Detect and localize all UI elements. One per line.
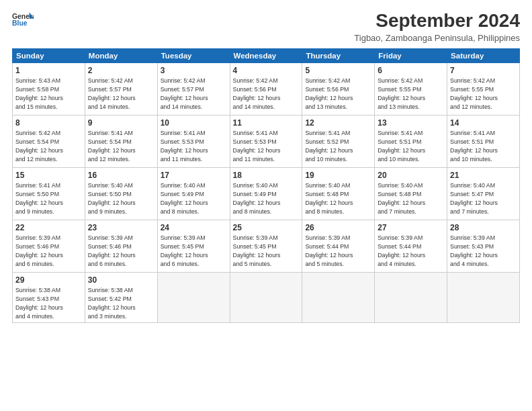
table-row: 25Sunrise: 5:39 AMSunset: 5:45 PMDayligh… bbox=[230, 220, 302, 272]
table-row: 26Sunrise: 5:39 AMSunset: 5:44 PMDayligh… bbox=[302, 220, 375, 272]
table-row: 8Sunrise: 5:42 AMSunset: 5:54 PMDaylight… bbox=[13, 115, 85, 167]
table-row: 22Sunrise: 5:39 AMSunset: 5:46 PMDayligh… bbox=[13, 220, 85, 272]
table-row bbox=[447, 272, 520, 323]
weekday-header-wednesday: Wednesday bbox=[230, 48, 302, 62]
table-row: 21Sunrise: 5:40 AMSunset: 5:47 PMDayligh… bbox=[447, 167, 520, 220]
weekday-header-monday: Monday bbox=[85, 48, 157, 62]
svg-text:Blue: Blue bbox=[12, 19, 28, 27]
table-row: 4Sunrise: 5:42 AMSunset: 5:56 PMDaylight… bbox=[230, 62, 302, 115]
table-row: 24Sunrise: 5:39 AMSunset: 5:45 PMDayligh… bbox=[157, 220, 230, 272]
table-row: 28Sunrise: 5:39 AMSunset: 5:43 PMDayligh… bbox=[447, 220, 520, 272]
weekday-header-tuesday: Tuesday bbox=[157, 48, 230, 62]
month-title: September 2024 bbox=[354, 11, 520, 32]
table-row: 6Sunrise: 5:42 AMSunset: 5:55 PMDaylight… bbox=[375, 62, 447, 115]
table-row: 27Sunrise: 5:39 AMSunset: 5:44 PMDayligh… bbox=[375, 220, 447, 272]
table-row: 11Sunrise: 5:41 AMSunset: 5:53 PMDayligh… bbox=[230, 115, 302, 167]
table-row bbox=[230, 272, 302, 323]
table-row: 12Sunrise: 5:41 AMSunset: 5:52 PMDayligh… bbox=[302, 115, 375, 167]
table-row: 17Sunrise: 5:40 AMSunset: 5:49 PMDayligh… bbox=[157, 167, 230, 220]
weekday-header-sunday: Sunday bbox=[13, 48, 85, 62]
table-row: 15Sunrise: 5:41 AMSunset: 5:50 PMDayligh… bbox=[13, 167, 85, 220]
table-row: 23Sunrise: 5:39 AMSunset: 5:46 PMDayligh… bbox=[85, 220, 157, 272]
table-row bbox=[157, 272, 230, 323]
logo: General Blue bbox=[12, 11, 34, 30]
logo-icon: General Blue bbox=[12, 11, 34, 30]
table-row: 13Sunrise: 5:41 AMSunset: 5:51 PMDayligh… bbox=[375, 115, 447, 167]
table-row bbox=[375, 272, 447, 323]
table-row: 9Sunrise: 5:41 AMSunset: 5:54 PMDaylight… bbox=[85, 115, 157, 167]
table-row: 3Sunrise: 5:42 AMSunset: 5:57 PMDaylight… bbox=[157, 62, 230, 115]
table-row: 20Sunrise: 5:40 AMSunset: 5:48 PMDayligh… bbox=[375, 167, 447, 220]
table-row: 19Sunrise: 5:40 AMSunset: 5:48 PMDayligh… bbox=[302, 167, 375, 220]
table-row: 30Sunrise: 5:38 AMSunset: 5:42 PMDayligh… bbox=[85, 272, 157, 323]
table-row: 7Sunrise: 5:42 AMSunset: 5:55 PMDaylight… bbox=[447, 62, 520, 115]
table-row: 2Sunrise: 5:42 AMSunset: 5:57 PMDaylight… bbox=[85, 62, 157, 115]
weekday-header-friday: Friday bbox=[375, 48, 447, 62]
location: Tigbao, Zamboanga Peninsula, Philippines bbox=[354, 33, 520, 43]
weekday-header-thursday: Thursday bbox=[302, 48, 375, 62]
table-row: 5Sunrise: 5:42 AMSunset: 5:56 PMDaylight… bbox=[302, 62, 375, 115]
table-row: 29Sunrise: 5:38 AMSunset: 5:43 PMDayligh… bbox=[13, 272, 85, 323]
weekday-header-saturday: Saturday bbox=[447, 48, 520, 62]
table-row: 16Sunrise: 5:40 AMSunset: 5:50 PMDayligh… bbox=[85, 167, 157, 220]
table-row: 18Sunrise: 5:40 AMSunset: 5:49 PMDayligh… bbox=[230, 167, 302, 220]
table-row: 14Sunrise: 5:41 AMSunset: 5:51 PMDayligh… bbox=[447, 115, 520, 167]
table-row: 10Sunrise: 5:41 AMSunset: 5:53 PMDayligh… bbox=[157, 115, 230, 167]
calendar-table: SundayMondayTuesdayWednesdayThursdayFrid… bbox=[12, 48, 520, 324]
table-row bbox=[302, 272, 375, 323]
table-row: 1Sunrise: 5:43 AMSunset: 5:58 PMDaylight… bbox=[13, 62, 85, 115]
title-block: September 2024 Tigbao, Zamboanga Peninsu… bbox=[354, 11, 520, 43]
